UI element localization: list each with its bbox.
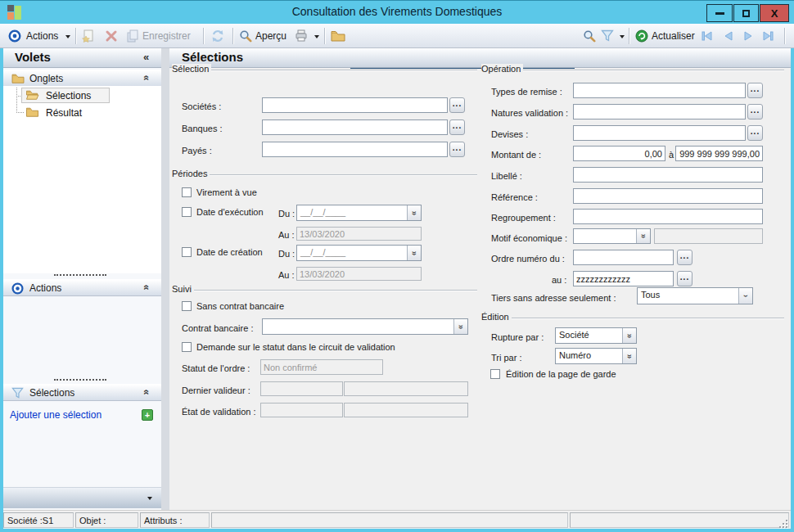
- window-border-right: [791, 48, 794, 532]
- natures-validation-browse-button[interactable]: ...: [747, 104, 763, 119]
- add-selection-icon[interactable]: +: [142, 409, 153, 421]
- natures-validation-input[interactable]: [573, 104, 746, 119]
- types-remise-browse-button[interactable]: ...: [747, 83, 763, 98]
- actions-menu-button[interactable]: Actions: [26, 30, 58, 42]
- tiers-combo[interactable]: Tous ‹: [637, 287, 753, 304]
- preview-button[interactable]: Aperçu: [255, 30, 286, 42]
- au-label: Au :: [278, 230, 295, 240]
- minimize-icon: [715, 12, 724, 15]
- dropdown-button[interactable]: «: [407, 246, 421, 260]
- tree-item-resultat[interactable]: Résultat: [3, 104, 161, 120]
- close-button[interactable]: X: [760, 4, 789, 22]
- actions-target-icon[interactable]: [8, 29, 21, 43]
- rupture-par-combo[interactable]: Société «: [555, 327, 637, 344]
- date-creation-du-combo[interactable]: __/__/____ «: [296, 245, 422, 261]
- virement-a-vue-checkbox[interactable]: [182, 187, 192, 197]
- date-creation-label: Date de création: [196, 247, 263, 257]
- dropdown-button[interactable]: ‹: [738, 288, 752, 304]
- societes-browse-button[interactable]: ...: [449, 97, 465, 113]
- tri-par-combo[interactable]: Numéro «: [555, 348, 637, 364]
- add-selection-link[interactable]: Ajouter une sélection: [10, 409, 102, 421]
- tree-item-label: Sélections: [46, 90, 91, 101]
- devises-label: Devises :: [491, 129, 528, 139]
- regroupement-input[interactable]: [573, 209, 763, 224]
- section-onglets-header[interactable]: Onglets «: [3, 70, 161, 87]
- payes-browse-button[interactable]: ...: [449, 142, 465, 157]
- search-icon[interactable]: [583, 29, 596, 43]
- collapse-section-icon[interactable]: «: [141, 75, 152, 81]
- du-label: Du :: [278, 249, 295, 259]
- maximize-button[interactable]: [733, 4, 759, 22]
- nav-last-icon[interactable]: [761, 29, 774, 43]
- actualiser-icon[interactable]: [635, 29, 648, 43]
- payes-input[interactable]: [262, 142, 448, 157]
- section-actions-header[interactable]: Actions «: [3, 279, 161, 296]
- contrat-bancaire-combo[interactable]: «: [262, 318, 468, 335]
- splitter-handle[interactable]: [54, 274, 106, 276]
- collapse-section-icon[interactable]: «: [141, 390, 152, 395]
- nav-next-icon[interactable]: [742, 29, 755, 43]
- reference-input[interactable]: [573, 188, 763, 204]
- save-icon[interactable]: [126, 29, 139, 43]
- ordre-numero-au-input[interactable]: [573, 271, 674, 286]
- date-creation-checkbox[interactable]: [182, 247, 192, 257]
- contrat-bancaire-value: [263, 319, 467, 321]
- splitter-handle[interactable]: [54, 379, 106, 381]
- panel-collapse-icon[interactable]: «: [143, 51, 149, 63]
- resize-grip[interactable]: [778, 518, 787, 528]
- banques-browse-button[interactable]: ...: [449, 119, 465, 135]
- save-button[interactable]: Enregistrer: [142, 30, 191, 42]
- montant-de-input[interactable]: [573, 146, 665, 161]
- folder-icon[interactable]: [331, 29, 345, 43]
- minimize-button[interactable]: [706, 4, 733, 22]
- dropdown-arrow-icon[interactable]: [147, 497, 152, 500]
- tree-item-selections[interactable]: Sélections: [3, 86, 161, 104]
- toolbar: Actions Enregistrer Aperçu Actualiser: [0, 24, 794, 48]
- printer-dropdown-icon[interactable]: [314, 35, 319, 38]
- dropdown-button[interactable]: «: [407, 205, 421, 220]
- devises-browse-button[interactable]: ...: [747, 125, 763, 141]
- filter-dropdown-icon[interactable]: [620, 35, 625, 38]
- printer-icon[interactable]: [295, 29, 308, 43]
- ordre-du-browse-button[interactable]: ...: [677, 250, 692, 265]
- devises-input[interactable]: [573, 125, 746, 141]
- refresh-icon[interactable]: [211, 29, 224, 43]
- sidebar-header: Volets «: [3, 48, 161, 68]
- group-title-suivi: Suivi: [172, 284, 194, 294]
- group-title-selection: Sélection: [172, 64, 211, 74]
- nav-previous-icon[interactable]: [722, 29, 735, 43]
- motif-economique-detail-input: [654, 228, 763, 244]
- rupture-par-label: Rupture par :: [491, 332, 544, 342]
- filter-funnel-icon[interactable]: [601, 29, 614, 43]
- actions-dropdown-icon[interactable]: [65, 35, 70, 38]
- ordre-au-browse-button[interactable]: ...: [677, 271, 692, 286]
- etat-validation-input-1: [260, 403, 343, 417]
- ordre-numero-du-input[interactable]: [573, 250, 674, 265]
- sans-contrat-checkbox[interactable]: [182, 301, 192, 311]
- date-execution-au-input: [296, 227, 422, 241]
- dropdown-button[interactable]: «: [622, 328, 636, 343]
- types-remise-input[interactable]: [573, 83, 746, 98]
- nav-first-icon[interactable]: [701, 29, 714, 43]
- collapse-section-icon[interactable]: «: [141, 285, 152, 291]
- demande-statut-checkbox[interactable]: [182, 342, 192, 352]
- dropdown-button[interactable]: «: [453, 319, 467, 334]
- montant-a-input[interactable]: [675, 146, 763, 161]
- societes-input[interactable]: [262, 97, 448, 113]
- motif-economique-combo[interactable]: «: [573, 228, 651, 244]
- section-selections-header[interactable]: Sélections «: [3, 384, 161, 401]
- page-garde-checkbox[interactable]: [490, 369, 500, 379]
- preview-magnifier-icon[interactable]: [239, 29, 252, 43]
- actualiser-button[interactable]: Actualiser: [652, 30, 695, 42]
- delete-icon[interactable]: [105, 29, 118, 43]
- panel-splitter[interactable]: [161, 48, 169, 510]
- contrat-bancaire-label: Contrat bancaire :: [182, 323, 253, 333]
- dernier-valideur-input-2: [344, 381, 468, 396]
- dropdown-button[interactable]: «: [622, 349, 636, 363]
- libelle-input[interactable]: [573, 167, 763, 183]
- dropdown-button[interactable]: «: [636, 229, 650, 243]
- date-execution-checkbox[interactable]: [182, 207, 192, 217]
- banques-input[interactable]: [262, 119, 448, 135]
- new-document-icon[interactable]: [82, 29, 95, 43]
- date-execution-du-combo[interactable]: __/__/____ «: [296, 205, 422, 221]
